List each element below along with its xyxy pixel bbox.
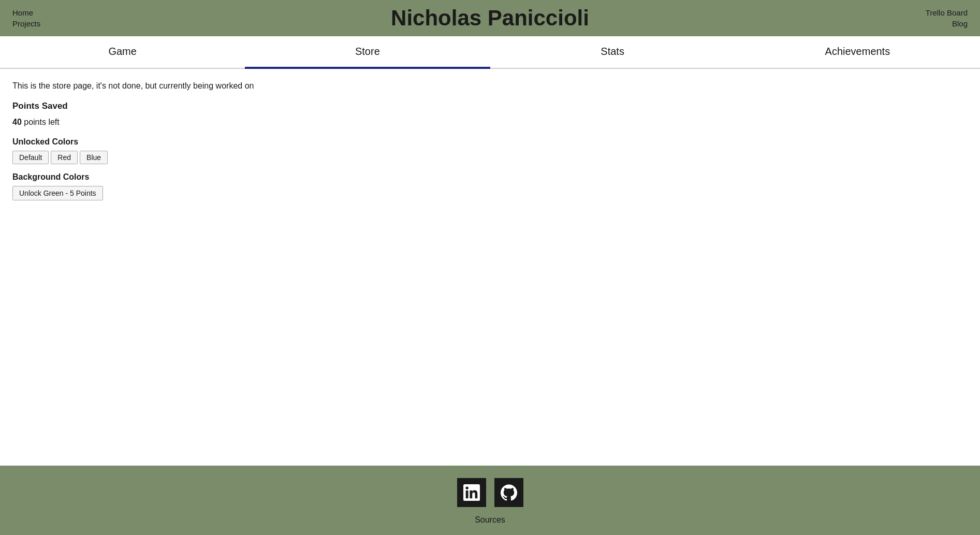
background-colors-heading: Background Colors [12,172,968,182]
header-nav-right: Trello Board Blog [926,8,968,28]
points-saved-heading: Points Saved [12,101,968,111]
store-info-text: This is the store page, it's not done, b… [12,81,968,91]
main-content: This is the store page, it's not done, b… [0,69,980,466]
tab-achievements[interactable]: Achievements [735,36,980,69]
nav-tabs: Game Store Stats Achievements [0,36,980,69]
color-buttons-container: Default Red Blue [12,151,968,164]
home-link[interactable]: Home [12,8,40,17]
color-btn-blue[interactable]: Blue [80,151,108,164]
unlock-green-button[interactable]: Unlock Green - 5 Points [12,186,103,200]
blog-link[interactable]: Blog [952,19,968,28]
trello-board-link[interactable]: Trello Board [926,8,968,17]
color-btn-red[interactable]: Red [51,151,78,164]
projects-link[interactable]: Projects [12,19,40,28]
footer: Sources [0,466,980,535]
color-btn-default[interactable]: Default [12,151,49,164]
tab-store[interactable]: Store [245,36,490,69]
footer-icons [457,478,523,507]
points-left-text: 40 points left [12,118,968,127]
tab-stats[interactable]: Stats [490,36,735,69]
header: Home Projects Nicholas Paniccioli Trello… [0,0,980,36]
tab-game[interactable]: Game [0,36,245,69]
site-title: Nicholas Paniccioli [391,6,589,31]
linkedin-icon[interactable] [457,478,486,507]
points-label-text: points left [24,118,59,126]
points-amount: 40 [12,118,22,126]
header-nav-left: Home Projects [12,8,40,28]
github-icon[interactable] [494,478,523,507]
footer-sources-label: Sources [475,515,505,525]
unlocked-colors-heading: Unlocked Colors [12,137,968,147]
